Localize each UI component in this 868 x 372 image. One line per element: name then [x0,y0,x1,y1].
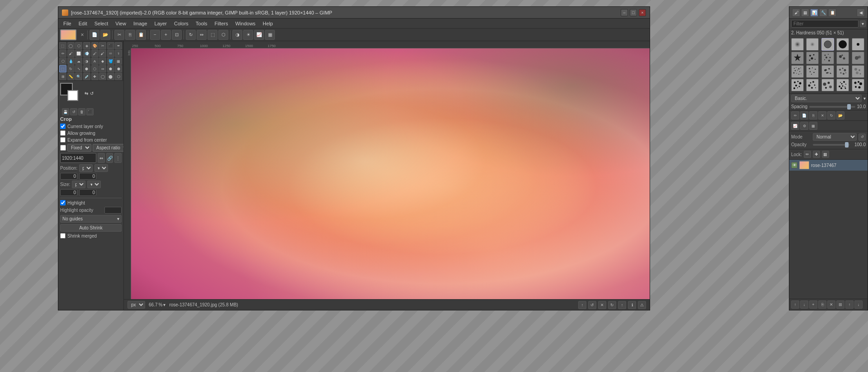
highlight-opacity-input[interactable]: 50.0 [104,207,122,214]
brush-cell-3[interactable] [821,38,834,51]
tool-eraser[interactable]: ⬜ [75,50,82,57]
tool-blur-sharpen[interactable]: 💧 [67,57,75,65]
tool-options-delete-icon[interactable]: 🗑 [78,108,85,115]
menu-select[interactable]: Select [91,20,112,27]
tool-align[interactable]: ⊞ [59,73,66,80]
status-pointer-icon[interactable]: ↑ [618,301,626,309]
tool-clone[interactable]: ♾ [107,50,114,57]
color-balance-icon[interactable]: ◑ [232,30,242,40]
brightness-icon[interactable]: ☀ [243,30,253,40]
tool-fuzzy-select[interactable]: ◈ [83,42,90,49]
brush-cell-14[interactable] [836,65,849,78]
opacity-slider[interactable] [813,144,849,146]
brush-cell-2[interactable] [806,38,819,51]
tool-select-by-color[interactable]: 🎨 [91,42,99,49]
spacing-slider[interactable] [809,106,855,108]
menu-colors[interactable]: Colors [171,20,192,27]
status-refresh-icon[interactable]: ↻ [608,301,616,309]
fixed-checkbox[interactable] [60,144,66,152]
tool-rect-select[interactable]: ⬚ [59,42,66,49]
fixed-type-dropdown[interactable]: Fixed [67,144,91,152]
brush-edit-icon[interactable]: ✏ [791,111,799,119]
tool-ellipse-select[interactable]: ◯ [67,42,75,49]
open-file-icon[interactable]: 📂 [100,30,110,40]
image-thumbnail[interactable] [60,29,76,40]
tool-perspective-clone[interactable]: ⬡ [59,57,66,65]
tool-na2[interactable]: ⬤ [107,73,114,80]
zoom-dropdown-icon[interactable]: ▾ [163,302,165,307]
auto-shrink-button[interactable]: Auto Shrink [60,224,122,232]
panel-tab-brushes[interactable]: 🖌 [792,9,800,17]
dimension-swap-icon[interactable]: ⇔ [98,153,105,163]
expand-from-center-checkbox[interactable] [60,137,66,143]
menu-windows[interactable]: Windows [232,20,259,27]
close-image-button[interactable]: × [79,32,85,38]
tool-text[interactable]: A [91,57,99,65]
status-history-icon[interactable]: ↺ [588,301,596,309]
size-unit-dropdown2[interactable]: ▾ [87,181,101,188]
menu-help[interactable]: Help [259,20,276,27]
brush-grid-icon[interactable]: ▦ [809,122,817,130]
minimize-button[interactable]: – [621,9,628,16]
position-y-input[interactable] [79,173,96,180]
brush-cell-9[interactable] [836,52,849,64]
size-unit-dropdown[interactable]: px [72,181,85,188]
tool-shear[interactable]: ⬢ [83,65,90,72]
image-canvas[interactable] [131,48,650,299]
lock-alpha-icon[interactable]: ▦ [822,151,829,158]
menu-edit[interactable]: Edit [75,20,90,27]
menu-filters[interactable]: Filters [212,20,231,27]
brush-cell-1[interactable] [791,38,804,51]
zoom-out-icon[interactable]: − [150,30,160,40]
layer-move-up-icon[interactable]: ↑ [791,300,799,309]
brush-cell-13[interactable] [821,65,834,78]
dimension-input[interactable] [60,153,96,163]
perspective-icon[interactable]: ⬡ [218,30,228,40]
brush-folder-icon[interactable]: 📂 [836,111,844,119]
opacity-slider-thumb[interactable] [845,142,849,148]
brush-duplicate-icon[interactable]: ⎘ [809,111,817,119]
menu-image[interactable]: Image [130,20,151,27]
layer-row-1[interactable]: 👁 rose-137467 [789,160,868,171]
layer-merge-icon[interactable]: ⊞ [836,300,844,309]
size-x-input[interactable] [60,189,77,196]
tool-options-restore-icon[interactable]: ↺ [70,108,77,115]
paste-icon[interactable]: 📋 [136,30,146,40]
aspect-ratio-dropdown[interactable]: Aspect ratio [93,144,124,152]
spacing-slider-thumb[interactable] [847,104,851,110]
tool-rotate[interactable]: ↻ [67,65,75,72]
tool-na3[interactable]: ⬡ [115,73,122,80]
copy-icon[interactable]: ⎘ [125,30,135,40]
status-info-icon[interactable]: ℹ [628,301,636,309]
tool-scissors-select[interactable]: ✂ [99,42,106,49]
tool-airbrush[interactable]: 💨 [83,50,90,57]
crop-icon[interactable]: ⬚ [208,30,217,40]
position-unit-dropdown[interactable]: px [79,164,93,172]
tool-foreground-select[interactable]: ⬛ [107,42,114,49]
tool-bucket-fill[interactable]: 🪣 [107,57,114,65]
reset-colors-icon[interactable]: ↺ [90,91,94,96]
brush-cell-16[interactable] [791,79,804,91]
current-layer-only-checkbox[interactable] [60,124,66,129]
brush-cell-7[interactable] [806,52,819,64]
tool-mypaint[interactable]: 🖌 [99,50,106,57]
new-file-icon[interactable]: 📄 [90,30,99,40]
mode-dropdown[interactable]: Normal [813,133,857,141]
panel-tab-tool-presets[interactable]: 🔧 [819,9,827,17]
brush-new-icon[interactable]: 📄 [800,111,808,119]
brush-cell-8[interactable] [821,52,834,64]
brush-category-dropdown[interactable]: Basic. [791,95,862,102]
brush-cell-12[interactable] [806,65,819,78]
tool-options-save-icon[interactable]: 💾 [62,108,69,115]
tool-gegl-paint[interactable]: ◆ [99,57,106,65]
brush-cell-4[interactable] [836,38,849,51]
status-warning-icon[interactable]: ⚠ [638,301,646,309]
size-y-input[interactable] [79,189,96,196]
guides-dropdown[interactable]: No guides ▾ [60,215,122,223]
menu-file[interactable]: File [60,20,75,27]
swap-colors-icon[interactable]: ⇆ [85,91,88,96]
brush-delete-icon[interactable]: ✕ [818,111,826,119]
position-unit-dropdown2[interactable]: ▾ [94,164,108,172]
lock-pixels-icon[interactable]: ✏ [804,151,811,158]
dimension-more-icon[interactable]: ⋮ [114,153,122,163]
